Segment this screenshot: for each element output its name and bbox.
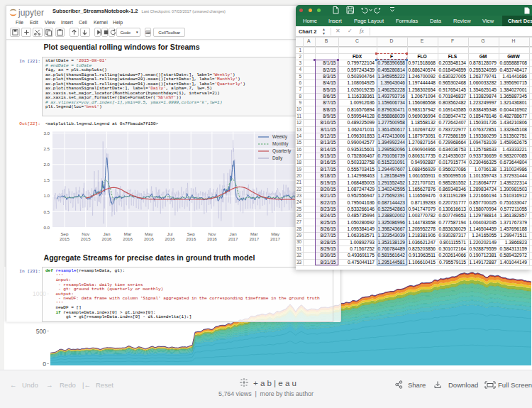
- svg-text:2015: 2015: [60, 236, 70, 241]
- svg-text:0.0: 0.0: [43, 225, 50, 230]
- svg-text:Jan: Jan: [230, 231, 238, 236]
- svg-text:2.5: 2.5: [43, 146, 50, 151]
- svg-text:Mar: Mar: [124, 231, 132, 236]
- svg-text:Sep: Sep: [187, 231, 196, 236]
- svg-text:2016: 2016: [144, 236, 154, 241]
- svg-text:2.0: 2.0: [43, 162, 50, 167]
- svg-text:2016: 2016: [102, 236, 112, 241]
- svg-text:2017: 2017: [270, 236, 280, 241]
- svg-text:0: 0: [43, 360, 46, 368]
- svg-text:Daily: Daily: [272, 155, 283, 161]
- svg-text:2017: 2017: [249, 236, 259, 241]
- svg-text:Jan: Jan: [103, 231, 111, 236]
- svg-text:1.0: 1.0: [43, 193, 50, 198]
- svg-text:2017: 2017: [228, 236, 238, 241]
- svg-text:Weekly: Weekly: [272, 134, 288, 140]
- svg-text:2016: 2016: [123, 236, 133, 241]
- svg-text:Nov: Nov: [208, 231, 216, 236]
- svg-text:1.5: 1.5: [43, 177, 50, 182]
- svg-text:Mar: Mar: [250, 231, 258, 236]
- svg-text:Jul: Jul: [167, 231, 173, 236]
- svg-text:May: May: [271, 231, 280, 236]
- svg-text:Monthly: Monthly: [272, 141, 289, 147]
- svg-text:Sep: Sep: [60, 231, 69, 236]
- svg-text:3.0: 3.0: [43, 131, 50, 136]
- svg-text:Quarterly: Quarterly: [272, 148, 292, 154]
- svg-text:2016: 2016: [186, 236, 196, 241]
- svg-text:2015: 2015: [81, 236, 91, 241]
- svg-text:Nov: Nov: [82, 231, 90, 236]
- svg-text:500: 500: [36, 328, 46, 335]
- svg-text:0.5: 0.5: [43, 209, 50, 214]
- svg-text:2016: 2016: [207, 236, 217, 241]
- svg-text:+ab|eau: +ab|eau: [253, 379, 299, 387]
- svg-text:May: May: [145, 231, 154, 236]
- svg-text:jupyter: jupyter: [18, 8, 44, 18]
- svg-text:2016: 2016: [165, 236, 175, 241]
